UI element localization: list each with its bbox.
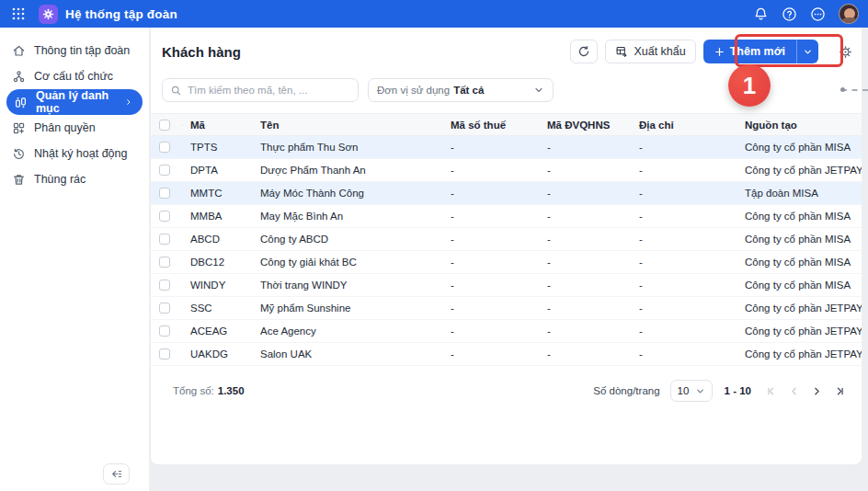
annotation-dashed-line xyxy=(841,89,868,91)
row-checkbox[interactable] xyxy=(159,257,170,268)
sidebar-item-thong-tin-tap-doan[interactable]: Thông tin tập đoàn xyxy=(0,38,149,63)
table-row[interactable]: DPTA Dược Phẩm Thanh An - - - Công ty cổ… xyxy=(151,159,862,182)
cell-ma: SSC xyxy=(182,303,252,314)
more-options-icon[interactable] xyxy=(810,6,826,22)
cell-dvqhns: - xyxy=(539,303,631,314)
cell-diachi: - xyxy=(631,257,737,268)
prev-page-button[interactable] xyxy=(786,383,801,398)
sidebar-item-nhat-ky-hoat-dong[interactable]: Nhật ký hoạt động xyxy=(0,141,149,166)
table-row[interactable]: MMBA May Mặc Bình An - - - Công ty cổ ph… xyxy=(151,205,862,228)
search-icon xyxy=(170,85,182,97)
unit-filter-label: Đơn vị sử dụng xyxy=(377,85,450,96)
cell-diachi: - xyxy=(631,211,737,222)
chevron-down-icon xyxy=(803,47,813,57)
row-checkbox[interactable] xyxy=(159,165,170,176)
help-icon[interactable] xyxy=(782,6,797,22)
permission-grid-icon xyxy=(12,121,26,135)
cell-dvqhns: - xyxy=(539,142,631,153)
add-new-dropdown-toggle[interactable] xyxy=(796,40,818,63)
add-new-button[interactable]: Thêm mới xyxy=(703,40,796,63)
cell-ma: MMTC xyxy=(182,188,252,199)
notifications-bell-icon[interactable] xyxy=(753,6,769,22)
row-checkbox[interactable] xyxy=(159,325,170,337)
cell-mst: - xyxy=(442,142,539,153)
row-checkbox[interactable] xyxy=(159,348,170,360)
cell-diachi: - xyxy=(631,280,737,291)
table-row[interactable]: TPTS Thực phẩm Thu Sơn - - - Công ty cổ … xyxy=(151,136,862,159)
cell-nguon: Tập đoàn MISA xyxy=(737,188,862,199)
export-button[interactable]: Xuất khẩu xyxy=(605,40,695,63)
table-row[interactable]: UAKDG Salon UAK - - - Công ty cổ phần JE… xyxy=(151,343,862,366)
table-settings-button[interactable] xyxy=(834,41,856,63)
app-launcher-icon[interactable] xyxy=(11,6,26,21)
table-row[interactable]: MMTC Máy Móc Thành Công - - - Tập đoàn M… xyxy=(151,182,862,205)
row-checkbox[interactable] xyxy=(159,142,170,153)
cell-dvqhns: - xyxy=(539,188,631,199)
rows-per-page-select[interactable]: 10 xyxy=(670,380,713,402)
row-checkbox[interactable] xyxy=(159,303,170,314)
column-header-mst[interactable]: Mã số thuế xyxy=(442,120,539,131)
cell-nguon: Công ty cổ phần MISA xyxy=(737,257,862,268)
column-header-diachi[interactable]: Địa chỉ xyxy=(631,120,737,131)
row-checkbox[interactable] xyxy=(159,188,170,199)
sidebar-item-label: Phân quyền xyxy=(34,121,96,134)
column-header-ten[interactable]: Tên xyxy=(252,120,442,131)
row-checkbox[interactable] xyxy=(159,211,170,222)
column-header-nguon[interactable]: Nguồn tạo xyxy=(737,120,862,131)
cell-dvqhns: - xyxy=(539,348,631,360)
cell-ten: Công ty ABCD xyxy=(252,234,442,245)
sidebar-item-quan-ly-danh-muc[interactable]: Quản lý danh mục xyxy=(6,89,143,115)
sidebar-item-co-cau-to-chuc[interactable]: Cơ cấu tổ chức xyxy=(0,63,149,89)
org-chart-icon xyxy=(12,70,26,84)
cell-mst: - xyxy=(442,234,539,245)
column-header-ma[interactable]: Mã xyxy=(182,120,252,131)
table-row[interactable]: ACEAG Ace Agency - - - Công ty cổ phần J… xyxy=(151,320,862,343)
cell-dvqhns: - xyxy=(539,325,631,337)
first-page-button[interactable] xyxy=(763,383,778,398)
sidebar-item-phan-quyen[interactable]: Phân quyền xyxy=(0,115,149,141)
cell-ma: ABCD xyxy=(182,234,252,245)
cell-dvqhns: - xyxy=(539,234,631,245)
row-checkbox[interactable] xyxy=(159,234,170,245)
last-page-button[interactable] xyxy=(832,383,847,398)
cell-ten: Máy Móc Thành Công xyxy=(252,188,442,199)
app-title: Hệ thống tập đoàn xyxy=(65,7,177,21)
column-header-dvqhns[interactable]: Mã ĐVQHNS xyxy=(539,120,631,131)
cell-ma: ACEAG xyxy=(182,325,252,337)
sidebar-collapse-button[interactable] xyxy=(103,463,130,485)
export-button-label: Xuất khẩu xyxy=(634,45,685,58)
search-input[interactable] xyxy=(188,85,350,96)
user-avatar[interactable] xyxy=(839,4,859,24)
row-checkbox[interactable] xyxy=(159,280,170,291)
sidebar-item-label: Cơ cấu tổ chức xyxy=(34,70,113,83)
chevron-right-icon xyxy=(124,97,133,108)
unit-filter-select[interactable]: Đơn vị sử dụng Tất cả xyxy=(368,78,554,102)
sidebar-item-label: Quản lý danh mục xyxy=(36,89,116,115)
cell-mst: - xyxy=(442,303,539,314)
chevron-down-icon xyxy=(533,85,544,96)
next-page-button[interactable] xyxy=(809,383,824,398)
table-row[interactable]: SSC Mỹ phẩm Sunshine - - - Công ty cổ ph… xyxy=(151,297,862,320)
cell-mst: - xyxy=(442,325,539,337)
table-body: TPTS Thực phẩm Thu Sơn - - - Công ty cổ … xyxy=(151,136,862,366)
table-row[interactable]: DBC12 Công ty giải khát BC - - - Công ty… xyxy=(151,251,862,274)
cell-ten: Mỹ phẩm Sunshine xyxy=(252,303,442,314)
total-value: 1.350 xyxy=(218,385,245,396)
chevron-right-icon xyxy=(811,385,823,397)
table-row[interactable]: WINDY Thời trang WINDY - - - Công ty cổ … xyxy=(151,274,862,297)
select-all-checkbox[interactable] xyxy=(159,120,170,131)
refresh-button[interactable] xyxy=(570,40,598,63)
sidebar-item-thung-rac[interactable]: Thùng rác xyxy=(0,166,149,192)
category-icon xyxy=(14,96,28,109)
cell-ten: Thực phẩm Thu Sơn xyxy=(252,142,442,153)
cell-diachi: - xyxy=(631,348,737,360)
first-page-icon xyxy=(765,385,777,397)
unit-filter-value: Tất cả xyxy=(453,85,484,96)
table-row[interactable]: ABCD Công ty ABCD - - - Công ty cổ phần … xyxy=(151,228,862,251)
cell-nguon: Công ty cổ phần MISA xyxy=(737,142,862,153)
cell-ma: DBC12 xyxy=(182,257,252,268)
table-footer: Tổng số: 1.350 Số dòng/trang 10 1 - 10 xyxy=(151,366,862,402)
app-logo[interactable] xyxy=(39,5,58,24)
cell-ten: May Mặc Bình An xyxy=(252,211,442,222)
cell-mst: - xyxy=(442,348,539,360)
